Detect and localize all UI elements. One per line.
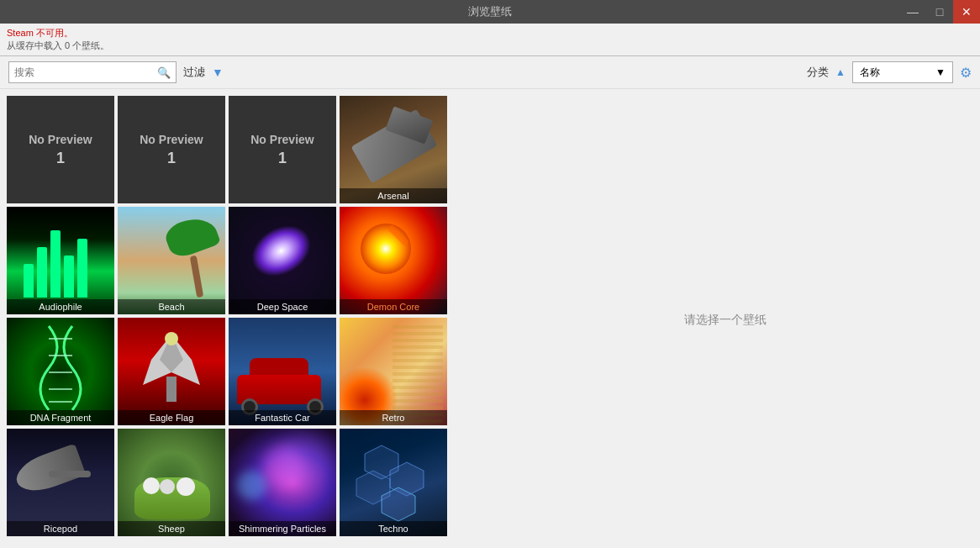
no-preview-text: No Preview [29,133,92,146]
wallpaper-label-demoncore: Demon Core [340,299,447,314]
maximize-button[interactable]: □ [926,0,953,24]
sort-dropdown-label: 名称 [860,66,880,80]
palm-trunk [190,256,204,298]
sort-direction-icon[interactable]: ▲ [835,66,846,78]
wallpaper-label-arsenal: Arsenal [340,188,447,203]
filter-icon[interactable]: ▼ [212,66,224,79]
minimize-button[interactable]: — [899,0,926,24]
wallpaper-item-1[interactable]: No Preview 1 [7,96,114,203]
wallpaper-item-techno[interactable]: Techno [340,429,447,536]
search-input[interactable] [14,66,157,78]
search-icon: 🔍 [157,66,171,79]
sort-label: 分类 [807,65,829,80]
titlebar-title: 浏览壁纸 [468,4,512,19]
titlebar: 浏览壁纸 — □ ✕ [0,0,980,24]
wallpaper-item-deepspace[interactable]: Deep Space [229,207,336,314]
sort-dropdown[interactable]: 名称 ▼ [852,61,953,83]
wallpaper-grid: No Preview 1 No Preview 1 No Preview 1 [0,89,471,548]
wallpaper-label-audiophile: Audiophile [7,299,114,314]
wallpaper-label-dna: DNA Fragment [7,410,114,425]
svg-point-7 [165,332,178,345]
wallpaper-item-2[interactable]: No Preview 1 [118,96,225,203]
wallpaper-label-ricepod: Ricepod [7,521,114,536]
main-content: 🔍 过滤 ▼ 分类 ▲ 名称 ▼ ⚙ No Preview 1 [0,56,980,548]
galaxy-decoration [242,215,319,287]
steam-error-bar: Steam 不可用。 从缓存中载入 0 个壁纸。 [0,24,980,56]
close-button[interactable]: ✕ [953,0,980,24]
filter-label[interactable]: 过滤 [183,65,205,80]
wallpaper-item-retro[interactable]: Retro [340,318,447,425]
steam-error-line1: Steam 不可用。 [7,27,973,40]
wallpaper-item-arsenal[interactable]: Arsenal [340,96,447,203]
wallpaper-item-beach[interactable]: Beach [118,207,225,314]
toolbar: 🔍 过滤 ▼ 分类 ▲ 名称 ▼ ⚙ [0,56,980,89]
toolbar-right: 分类 ▲ 名称 ▼ ⚙ [807,61,972,83]
wallpaper-label-shimmering: Shimmering Particles [229,521,336,536]
wallpaper-label-retro: Retro [340,410,447,425]
titlebar-controls: — □ ✕ [899,0,980,24]
wallpaper-item-car[interactable]: Fantastic Car [229,318,336,425]
steam-error-line2: 从缓存中载入 0 个壁纸。 [7,40,973,52]
wallpaper-label-eagle: Eagle Flag [118,410,225,425]
wallpaper-item-sheep[interactable]: Sheep [118,429,225,536]
preview-placeholder: 请选择一个壁纸 [684,313,767,328]
wallpaper-item-shimmering[interactable]: Shimmering Particles [229,429,336,536]
wallpaper-item-dna[interactable]: DNA Fragment [7,318,114,425]
wallpaper-label-techno: Techno [340,521,447,536]
bokeh2 [237,471,266,500]
palm-leaves [162,212,221,261]
svg-rect-8 [166,377,177,402]
wallpaper-item-demoncore[interactable]: Demon Core [340,207,447,314]
audio-bars [24,230,87,298]
wallpaper-label-car: Fantastic Car [229,410,336,425]
wallpaper-item-audiophile[interactable]: Audiophile [7,207,114,314]
wallpaper-item-eagle[interactable]: Eagle Flag [118,318,225,425]
bokeh3 [277,437,328,487]
preview-panel: 请选择一个壁纸 [471,89,980,548]
sort-dropdown-arrow: ▼ [935,66,946,78]
grid-area: No Preview 1 No Preview 1 No Preview 1 [0,89,980,548]
settings-icon[interactable]: ⚙ [960,65,972,81]
wallpaper-item-3[interactable]: No Preview 1 [229,96,336,203]
wallpaper-item-ricepod[interactable]: Ricepod [7,429,114,536]
wallpaper-label-deepspace: Deep Space [229,299,336,314]
search-box[interactable]: 🔍 [8,61,177,83]
wallpaper-label-beach: Beach [118,299,225,314]
spaceship-gun [49,471,91,477]
wallpaper-label-sheep: Sheep [118,521,225,536]
